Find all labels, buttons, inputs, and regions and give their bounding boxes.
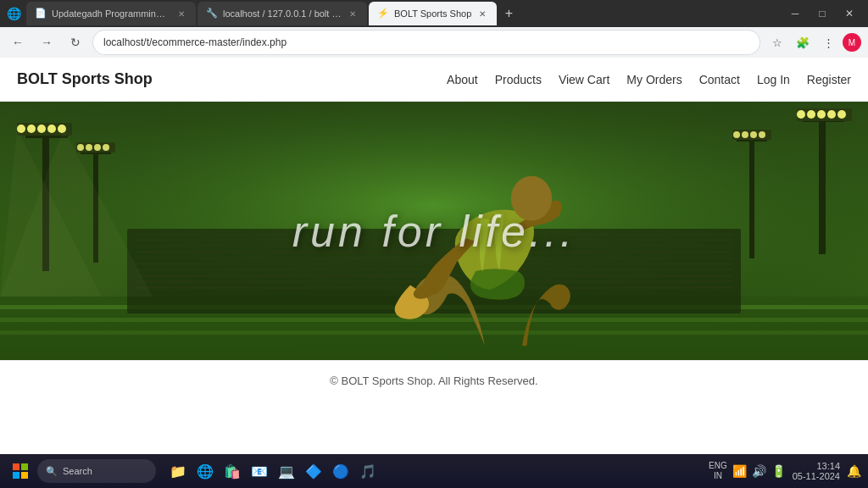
svg-point-32 — [103, 144, 109, 151]
navbar-brand: BOLT Sports Shop — [17, 70, 153, 88]
website-content: BOLT Sports Shop About Products View Car… — [0, 58, 868, 401]
svg-rect-6 — [0, 330, 868, 335]
extensions-button[interactable]: 🧩 — [792, 31, 814, 53]
taskbar-apps: 📁 🌐 🛍️ 📧 💻 🔷 🔵 🎵 — [166, 459, 380, 483]
svg-point-41 — [827, 110, 836, 119]
address-bar-row: ← → ↻ ☆ 🧩 ⋮ M — [0, 27, 868, 58]
taskbar-app-music[interactable]: 🎵 — [356, 459, 380, 483]
svg-point-39 — [807, 110, 815, 119]
tab2-close-btn[interactable]: ✕ — [347, 8, 359, 19]
svg-point-24 — [47, 125, 56, 133]
taskbar-app-chrome[interactable]: 🔵 — [329, 459, 353, 483]
navbar-links: About Products View Cart My Orders Conta… — [447, 73, 851, 86]
close-button[interactable]: ✕ — [837, 2, 861, 25]
taskbar-date-display: 05-11-2024 — [793, 471, 840, 481]
taskbar-search-bar[interactable]: 🔍 Search — [37, 459, 156, 483]
svg-point-48 — [750, 131, 757, 138]
footer-text: © BOLT Sports Shop. All Rights Reserved. — [330, 374, 537, 387]
nav-myorders[interactable]: My Orders — [626, 73, 682, 86]
tab1-label: Updategadh Programming - Upc... — [52, 8, 170, 19]
svg-rect-55 — [21, 472, 28, 479]
taskbar-app-mail[interactable]: 📧 — [248, 459, 271, 483]
notification-button[interactable]: 🔔 — [847, 464, 861, 478]
svg-rect-35 — [819, 119, 826, 254]
bookmark-button[interactable]: ☆ — [766, 31, 788, 53]
nav-about[interactable]: About — [447, 73, 478, 86]
svg-rect-12 — [136, 257, 732, 259]
svg-point-47 — [742, 131, 748, 138]
browser-tab-2[interactable]: 🔧 localhost / 127.0.0.1 / bolt | phpM...… — [198, 2, 367, 25]
taskbar-app-terminal[interactable]: 💻 — [275, 459, 298, 483]
address-input[interactable] — [93, 30, 760, 54]
wifi-icon: 📶 — [732, 464, 747, 478]
lang-indicator: ENGIN — [709, 461, 727, 481]
menu-button[interactable]: ⋮ — [817, 31, 839, 53]
taskbar-system-icons: ENGIN 📶 🔊 🔋 — [709, 461, 786, 481]
svg-rect-5 — [0, 318, 868, 322]
search-icon: 🔍 — [46, 466, 58, 477]
taskbar-right: ENGIN 📶 🔊 🔋 13:14 05-11-2024 🔔 — [709, 461, 861, 481]
hero-section: run for life... — [0, 102, 868, 360]
tab1-close-btn[interactable]: ✕ — [175, 8, 187, 19]
svg-point-46 — [733, 131, 740, 138]
nav-products[interactable]: Products — [495, 73, 542, 86]
navbar: BOLT Sports Shop About Products View Car… — [0, 58, 868, 102]
new-tab-button[interactable]: + — [498, 3, 519, 24]
reload-button[interactable]: ↻ — [64, 31, 86, 53]
taskbar: 🔍 Search 📁 🌐 🛍️ 📧 💻 🔷 🔵 🎵 ENGIN 📶 🔊 🔋 13… — [0, 454, 868, 488]
taskbar-app-files[interactable]: 📁 — [166, 459, 190, 483]
hero-tagline: run for life... — [292, 206, 576, 257]
tab3-close-btn[interactable]: ✕ — [476, 8, 488, 19]
svg-point-31 — [94, 144, 101, 151]
svg-point-38 — [797, 110, 805, 119]
start-button[interactable] — [7, 458, 34, 485]
maximize-button[interactable]: □ — [810, 2, 834, 25]
svg-point-29 — [77, 144, 84, 151]
forward-button[interactable]: → — [36, 31, 58, 53]
nav-viewcart[interactable]: View Cart — [559, 73, 609, 86]
svg-point-30 — [86, 144, 92, 151]
tab2-favicon: 🔧 — [206, 8, 218, 19]
profile-avatar[interactable]: M — [843, 33, 861, 52]
back-button[interactable]: ← — [7, 31, 29, 53]
svg-point-49 — [759, 131, 765, 138]
svg-rect-52 — [13, 463, 19, 470]
svg-point-22 — [27, 125, 36, 133]
tab3-favicon: ⚡ — [377, 8, 389, 19]
svg-rect-54 — [13, 472, 19, 479]
browser-actions: ☆ 🧩 ⋮ M — [766, 31, 861, 53]
minimize-button[interactable]: ─ — [783, 2, 807, 25]
tab2-label: localhost / 127.0.0.1 / bolt | phpM... — [223, 8, 342, 19]
nav-register[interactable]: Register — [807, 73, 851, 86]
nav-login[interactable]: Log In — [757, 73, 790, 86]
svg-point-40 — [817, 110, 826, 119]
tab1-favicon: 📄 — [35, 8, 47, 19]
taskbar-time-display: 13:14 — [793, 461, 840, 471]
nav-contact[interactable]: Contact — [699, 73, 740, 86]
taskbar-search-label: Search — [63, 466, 92, 476]
taskbar-app-edge[interactable]: 🌐 — [193, 459, 217, 483]
tab3-label: BOLT Sports Shop — [394, 8, 471, 19]
battery-icon: 🔋 — [771, 464, 786, 478]
footer: © BOLT Sports Shop. All Rights Reserved. — [0, 360, 868, 401]
window-controls: ─ □ ✕ — [783, 2, 861, 25]
browser-titlebar: 🌐 📄 Updategadh Programming - Upc... ✕ 🔧 … — [0, 0, 868, 27]
svg-rect-43 — [749, 140, 754, 258]
browser-tab-1[interactable]: 📄 Updategadh Programming - Upc... ✕ — [26, 2, 196, 25]
taskbar-app-vscode[interactable]: 🔷 — [302, 459, 326, 483]
browser-tab-3[interactable]: ⚡ BOLT Sports Shop ✕ — [369, 2, 497, 25]
svg-point-42 — [837, 110, 846, 119]
svg-rect-13 — [136, 263, 732, 265]
svg-point-23 — [37, 125, 46, 133]
browser-window: 🌐 📄 Updategadh Programming - Upc... ✕ 🔧 … — [0, 0, 868, 58]
volume-icon: 🔊 — [752, 464, 766, 478]
taskbar-clock[interactable]: 13:14 05-11-2024 — [793, 461, 840, 481]
taskbar-app-store[interactable]: 🛍️ — [220, 459, 244, 483]
svg-rect-53 — [21, 463, 28, 470]
